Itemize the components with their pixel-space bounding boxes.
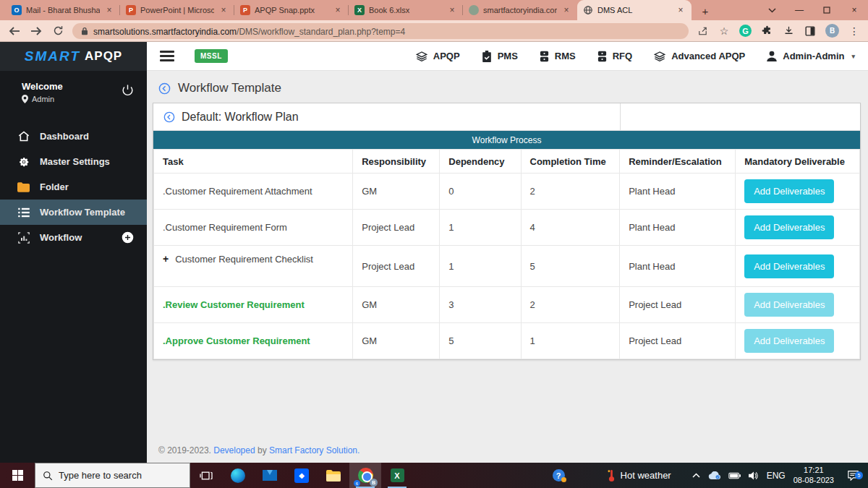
taskbar-clock[interactable]: 17:21 08-08-2023 bbox=[793, 466, 834, 486]
weather-text: Hot weather bbox=[621, 470, 671, 481]
chevron-down-icon: ▾ bbox=[851, 53, 855, 60]
close-window-button[interactable]: × bbox=[841, 0, 868, 20]
user-menu-label: Admin-Admin bbox=[783, 51, 844, 61]
tab-apqp-snap[interactable]: P APQP Snap.pptx × bbox=[234, 0, 349, 20]
bookmark-star-icon[interactable]: ☆ bbox=[718, 25, 731, 38]
reminder-cell: Plant Head bbox=[620, 246, 736, 287]
copyright-text: © 2019-2023. bbox=[158, 445, 211, 455]
tab-close-icon[interactable]: × bbox=[447, 5, 457, 15]
nav-pms[interactable]: PMS bbox=[482, 51, 518, 62]
grammarly-extension-icon[interactable]: G bbox=[739, 25, 752, 37]
add-deliverables-button[interactable]: Add Deliverables bbox=[744, 215, 834, 239]
maximize-button[interactable] bbox=[813, 0, 841, 20]
back-circle-icon[interactable] bbox=[163, 111, 175, 123]
tab-dms-acl-active[interactable]: DMS ACL × bbox=[577, 0, 692, 20]
user-menu[interactable]: Admin-Admin ▾ bbox=[767, 51, 855, 61]
sidebar-item-folder[interactable]: Folder bbox=[0, 174, 147, 200]
battery-icon[interactable] bbox=[728, 472, 741, 479]
responsibility-cell: GM bbox=[353, 174, 440, 210]
forward-icon[interactable] bbox=[29, 24, 43, 38]
tab-close-icon[interactable]: × bbox=[676, 5, 686, 15]
minimize-button[interactable]: — bbox=[786, 0, 813, 20]
nav-rms[interactable]: RMS bbox=[540, 51, 576, 62]
tab-close-icon[interactable]: × bbox=[104, 5, 114, 15]
share-icon[interactable] bbox=[696, 25, 709, 38]
dependency-cell: 0 bbox=[440, 174, 521, 210]
onedrive-cloud-icon[interactable] bbox=[708, 471, 720, 479]
table-row: +Customer Requirement Checklist Project … bbox=[154, 246, 860, 287]
add-workflow-plus-icon[interactable] bbox=[122, 231, 134, 244]
globe-icon bbox=[583, 5, 593, 15]
workflow-plan-card: Default: Workflow Plan Workflow Process … bbox=[153, 103, 861, 360]
logout-power-icon[interactable] bbox=[122, 84, 134, 96]
table-row: .Approve Customer Requirement GM 5 1 Pro… bbox=[154, 323, 860, 359]
excel-taskbar-icon[interactable]: X bbox=[381, 463, 413, 488]
hamburger-menu-icon[interactable] bbox=[160, 51, 174, 61]
table-header-row: Task Responsibility Dependency Completio… bbox=[154, 150, 860, 174]
tab-search-chevron-icon[interactable] bbox=[758, 0, 786, 20]
speaker-icon[interactable] bbox=[749, 471, 759, 480]
welcome-block: Welcome Admin bbox=[0, 71, 147, 111]
mail-icon[interactable] bbox=[254, 463, 286, 488]
new-tab-button[interactable]: + bbox=[696, 1, 715, 20]
tab-close-icon[interactable]: × bbox=[561, 5, 571, 15]
reload-icon[interactable] bbox=[51, 24, 65, 38]
task-view-icon[interactable] bbox=[190, 463, 222, 488]
task-cell: +Customer Requirement Checklist bbox=[154, 246, 353, 287]
browser-menu-kebab-icon[interactable]: ⋮ bbox=[848, 25, 861, 38]
nav-advanced-apqp[interactable]: Advanced APQP bbox=[654, 51, 745, 61]
nav-rfq[interactable]: RFQ bbox=[597, 51, 632, 62]
url-path: /DMS/workflow_standard_plan.php?temp=4 bbox=[237, 27, 405, 37]
browser-toolbar: smartsolutions.smartfactoryindia.com/DMS… bbox=[0, 20, 868, 42]
sidebar-item-label: Workflow bbox=[40, 232, 82, 243]
dropbox-icon[interactable]: ◆ bbox=[286, 463, 318, 488]
reading-mode-icon[interactable] bbox=[804, 25, 817, 38]
completion-time-cell: 2 bbox=[521, 287, 620, 323]
layers-icon bbox=[416, 51, 427, 61]
browser-tab-strip: O Mail - Bharat Bhushan - Ou × P PowerPo… bbox=[0, 0, 868, 20]
action-center-icon[interactable]: 5 bbox=[842, 470, 864, 481]
tab-close-icon[interactable]: × bbox=[218, 5, 229, 15]
help-icon[interactable]: ? bbox=[553, 469, 565, 481]
add-deliverables-button-disabled[interactable]: Add Deliverables bbox=[744, 329, 834, 353]
sidebar-item-dashboard[interactable]: Dashboard bbox=[0, 124, 147, 149]
tab-smartfactoryindia[interactable]: smartfactoryindia.com/pro × bbox=[463, 0, 577, 20]
developed-link[interactable]: Developed bbox=[213, 445, 255, 455]
browser-profile-avatar[interactable]: B bbox=[825, 24, 839, 38]
nav-apqp[interactable]: APQP bbox=[416, 51, 460, 61]
sidebar-item-workflow-template[interactable]: Workflow Template bbox=[0, 200, 147, 225]
person-icon bbox=[767, 51, 777, 61]
sidebar-item-master-settings[interactable]: Master Settings bbox=[0, 149, 147, 174]
tab-mail[interactable]: O Mail - Bharat Bhushan - Ou × bbox=[6, 0, 120, 20]
sidebar-item-workflow[interactable]: Workflow bbox=[0, 225, 147, 250]
tab-book6[interactable]: X Book 6.xlsx × bbox=[349, 0, 463, 20]
welcome-label: Welcome bbox=[22, 81, 135, 92]
company-badge[interactable]: MSSL bbox=[195, 49, 228, 63]
back-icon[interactable] bbox=[7, 24, 22, 38]
start-button[interactable] bbox=[0, 463, 35, 488]
tray-chevron-up-icon[interactable] bbox=[692, 473, 700, 478]
add-deliverables-button[interactable]: Add Deliverables bbox=[744, 254, 834, 278]
language-indicator[interactable]: ENG bbox=[767, 471, 786, 481]
add-deliverables-button-disabled[interactable]: Add Deliverables bbox=[744, 293, 834, 317]
taskbar-search[interactable]: Type here to search bbox=[35, 463, 190, 488]
location-pin-icon bbox=[22, 95, 28, 103]
file-explorer-icon[interactable] bbox=[318, 463, 349, 488]
by-text: by bbox=[258, 445, 267, 455]
download-icon[interactable] bbox=[782, 25, 795, 38]
tab-close-icon[interactable]: × bbox=[333, 5, 343, 15]
add-deliverables-button[interactable]: Add Deliverables bbox=[744, 179, 834, 203]
chrome-taskbar-icon[interactable]: B 6 bbox=[349, 463, 381, 488]
completion-time-cell: 2 bbox=[521, 174, 620, 210]
extensions-puzzle-icon[interactable] bbox=[760, 25, 773, 38]
company-link[interactable]: Smart Factory Solution. bbox=[269, 445, 359, 455]
task-cell: .Customer Requirement Form bbox=[154, 210, 353, 246]
edge-icon[interactable] bbox=[222, 463, 254, 488]
tab-powerpoint[interactable]: P PowerPoint | Microsoft 365 × bbox=[120, 0, 234, 20]
card-title-text: Default: Workflow Plan bbox=[182, 111, 299, 124]
weather-widget[interactable]: Hot weather bbox=[608, 469, 671, 482]
expand-plus-icon[interactable]: + bbox=[163, 253, 169, 265]
table-row: .Customer Requirement Form Project Lead … bbox=[154, 210, 860, 246]
back-circle-icon[interactable] bbox=[158, 82, 171, 95]
address-bar[interactable]: smartsolutions.smartfactoryindia.com/DMS… bbox=[72, 23, 689, 39]
